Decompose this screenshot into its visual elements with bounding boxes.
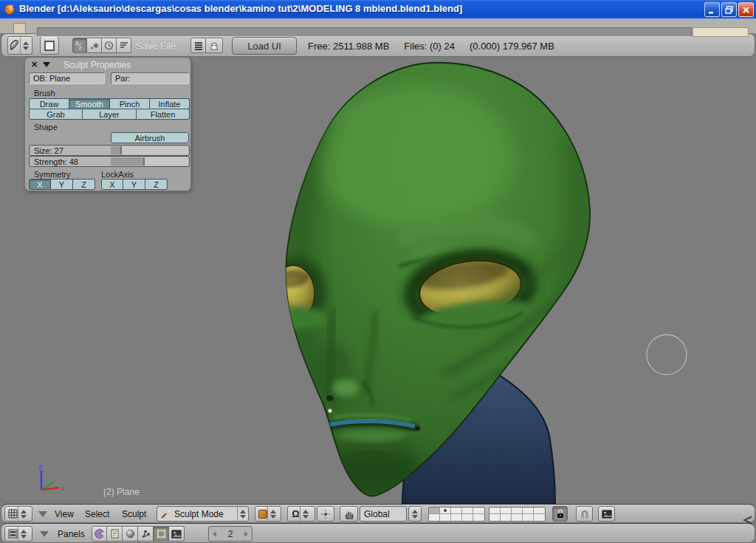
sort-time-button[interactable]	[102, 38, 117, 53]
layer-20[interactable]	[534, 514, 545, 521]
buttons-editor-spinner[interactable]	[18, 527, 29, 541]
transform-manipulator-toggle[interactable]	[340, 506, 358, 522]
draw-type-spinner[interactable]	[267, 507, 278, 521]
brush-strength-slider[interactable]: Strength: 48	[29, 156, 190, 167]
frame-decrement-icon[interactable]	[213, 531, 216, 537]
size-slider-track[interactable]	[111, 146, 188, 154]
editing-context-button[interactable]	[154, 526, 169, 542]
draw-type-button[interactable]	[255, 506, 281, 522]
layer-8[interactable]	[512, 508, 523, 514]
orientation-dropdown[interactable]: Global	[360, 506, 407, 522]
layer-17[interactable]	[501, 514, 512, 521]
brush-smooth-button[interactable]: Smooth	[69, 98, 110, 109]
panel-close-icon[interactable]: ✕	[31, 60, 38, 69]
editor-type-spinner[interactable]	[20, 37, 31, 54]
lockaxis-y-button[interactable]: Y	[123, 179, 145, 190]
window-split-grip[interactable]	[740, 514, 753, 526]
brush-size-slider[interactable]: Size: 27	[29, 145, 190, 156]
brush-layer-button[interactable]: Layer	[83, 109, 137, 120]
lockaxis-z-button[interactable]: Z	[145, 179, 168, 190]
menu-select[interactable]: Select	[85, 509, 109, 519]
orientation-spinner-button[interactable]	[408, 506, 422, 522]
lock-layers-button[interactable]	[552, 506, 568, 522]
pivot-omega-icon: Ω	[292, 508, 299, 519]
logic-pacman-icon	[94, 529, 104, 539]
parent-field[interactable]: Par:	[111, 72, 189, 84]
script-context-button[interactable]	[107, 526, 123, 542]
symmetry-y-button[interactable]: Y	[51, 179, 73, 190]
airbrush-toggle-button[interactable]: Airbrush	[111, 132, 189, 143]
layer-12[interactable]	[440, 514, 451, 521]
close-button[interactable]	[738, 2, 754, 17]
frame-increment-icon[interactable]	[244, 531, 248, 537]
layer-5[interactable]	[473, 508, 484, 514]
pivot-spinner[interactable]	[300, 507, 311, 521]
layer-9[interactable]	[523, 508, 534, 514]
window-title: Blender [d:\Aleksaurio\descargas\cosas b…	[19, 3, 462, 14]
symmetry-x-button[interactable]: X	[29, 179, 51, 190]
3d-viewport[interactable]: ✕ Sculpt Properties OB: Plane Par: Brush…	[0, 57, 756, 504]
logic-context-button[interactable]	[92, 526, 107, 542]
brush-grab-button[interactable]: Grab	[29, 109, 83, 120]
layer-18[interactable]	[512, 514, 523, 521]
sort-extension-button[interactable]	[87, 38, 102, 53]
pivot-point-button[interactable]: Ω	[287, 506, 315, 522]
object-arrows-icon	[141, 529, 151, 539]
sort-size-button[interactable]	[117, 38, 131, 53]
sculpt-properties-panel[interactable]: ✕ Sculpt Properties OB: Plane Par: Brush…	[24, 57, 191, 191]
editor-type-button[interactable]	[7, 36, 32, 55]
layer-7[interactable]	[501, 508, 512, 514]
editor-type-buttons-button[interactable]	[4, 526, 32, 542]
list-view-button[interactable]	[190, 38, 206, 53]
ghost-icon	[209, 41, 219, 51]
manipulator-button[interactable]	[317, 506, 334, 522]
menu-collapse-icon[interactable]	[38, 511, 47, 517]
symmetry-z-button[interactable]: Z	[73, 179, 95, 190]
brush-draw-button[interactable]: Draw	[29, 98, 69, 109]
minimize-button[interactable]	[704, 2, 720, 17]
layer-10[interactable]	[534, 508, 545, 514]
panel-collapse-icon[interactable]	[43, 62, 50, 67]
layer-4[interactable]	[462, 508, 473, 514]
file-scrollbar[interactable]	[693, 27, 749, 37]
shading-context-button[interactable]	[123, 526, 138, 542]
editor-type-3dview-button[interactable]	[4, 506, 32, 522]
render-preview-button[interactable]	[598, 506, 615, 522]
layer-11[interactable]	[429, 514, 440, 521]
layer-14[interactable]	[462, 514, 473, 521]
layer-19[interactable]	[523, 514, 534, 521]
snap-button[interactable]	[576, 506, 593, 522]
3d-view-header: View Select Sculpt Sculpt Mode Ω	[1, 504, 755, 523]
brush-flatten-button[interactable]: Flatten	[137, 109, 190, 120]
brush-pinch-button[interactable]: Pinch	[110, 98, 150, 109]
layer-1[interactable]	[429, 508, 440, 514]
3dview-editor-spinner[interactable]	[18, 507, 29, 521]
strength-slider-track[interactable]	[111, 157, 188, 165]
show-hidden-button[interactable]	[206, 38, 223, 53]
titlebar[interactable]: Blender [d:\Aleksaurio\descargas\cosas b…	[0, 0, 756, 18]
restore-button[interactable]	[721, 2, 737, 17]
layer-16[interactable]	[489, 514, 501, 521]
load-ui-button[interactable]: Load UI	[232, 37, 297, 55]
layer-13[interactable]	[451, 514, 462, 521]
layer-3[interactable]	[451, 508, 462, 514]
sort-alphabetical-button[interactable]: A z	[72, 38, 87, 53]
panels-menu[interactable]: Panels	[58, 529, 85, 539]
mode-dropdown[interactable]: Sculpt Mode	[157, 506, 249, 522]
menu-view[interactable]: View	[55, 509, 74, 519]
scene-context-button[interactable]	[169, 526, 185, 542]
axis-z-label: Z	[38, 463, 43, 471]
panels-menu-collapse-icon[interactable]	[40, 531, 49, 537]
object-context-button[interactable]	[138, 526, 154, 542]
menu-sculpt[interactable]: Sculpt	[122, 509, 146, 519]
frame-number-field[interactable]: 2	[208, 526, 252, 542]
layer-6[interactable]	[489, 508, 501, 514]
fullscreen-toggle-button[interactable]	[40, 36, 59, 55]
ob-name-field[interactable]: OB: Plane	[29, 72, 105, 84]
layer-15[interactable]	[473, 514, 484, 521]
mode-dropdown-label: Sculpt Mode	[171, 509, 237, 519]
layer-2[interactable]	[440, 508, 451, 514]
brush-inflate-button[interactable]: Inflate	[150, 98, 190, 109]
lockaxis-x-button[interactable]: X	[101, 179, 123, 190]
mode-dropdown-spinner[interactable]	[237, 507, 248, 521]
